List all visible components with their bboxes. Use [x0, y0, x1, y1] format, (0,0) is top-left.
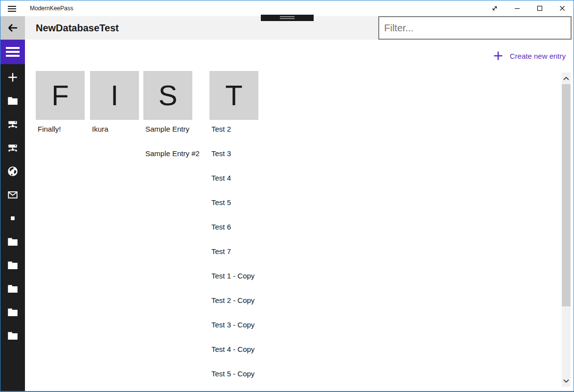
arrow-left-icon [6, 22, 19, 34]
scrollbar-thumb[interactable] [562, 84, 571, 306]
entry-item[interactable]: Test 1 - Copy [211, 271, 319, 296]
group-tile[interactable]: S [143, 71, 192, 120]
sidebar-item-network[interactable] [0, 113, 25, 136]
group-column: IIkura [90, 71, 139, 120]
group-tile[interactable]: F [36, 71, 85, 120]
chevron-down-icon [563, 379, 569, 383]
mail-icon [6, 188, 19, 201]
group-tile-letter: S [159, 81, 178, 110]
sidebar [0, 40, 25, 391]
entry-item[interactable]: Test 3 [211, 149, 319, 173]
minimize-button[interactable] [506, 0, 528, 16]
maximize-icon [536, 5, 543, 12]
titlebar: ModernKeePass [0, 0, 574, 16]
group-tile-letter: T [225, 81, 242, 110]
plus-icon [492, 50, 504, 62]
back-button[interactable] [0, 16, 25, 40]
maximize-button[interactable] [528, 0, 551, 16]
drag-pill[interactable] [261, 15, 314, 21]
folder-icon [6, 282, 19, 295]
create-new-entry-label: Create new entry [510, 52, 566, 60]
entry-item[interactable]: Test 5 [211, 198, 319, 222]
sidebar-item-plus[interactable] [0, 66, 25, 89]
folder-icon [6, 94, 19, 107]
folder-icon [6, 329, 19, 342]
entry-item[interactable]: Test 5 - Copy [211, 369, 319, 392]
group-column: TTest 2Test 3Test 4Test 5Test 6Test 7Tes… [209, 71, 258, 120]
folder-icon [6, 235, 19, 248]
sidebar-item-folder[interactable] [0, 300, 25, 324]
group-tile-letter: F [51, 81, 69, 110]
sidebar-group-list [0, 66, 25, 347]
sidebar-item-folder[interactable] [0, 277, 25, 300]
entry-item[interactable]: Test 4 [211, 173, 319, 198]
sidebar-item-network[interactable] [0, 136, 25, 160]
filter-input[interactable] [378, 16, 572, 40]
nav-toggle-button[interactable] [0, 40, 25, 64]
sidebar-item-globe[interactable] [0, 160, 25, 183]
entry-item[interactable]: Test 3 - Copy [211, 320, 319, 345]
sidebar-item-folder[interactable] [0, 230, 25, 254]
square-icon [6, 212, 19, 225]
diagonal-resize-icon [491, 4, 499, 12]
sidebar-item-folder[interactable] [0, 89, 25, 113]
app-title: ModernKeePass [30, 0, 73, 16]
entry-item[interactable]: Test 6 [211, 222, 319, 247]
vertical-scrollbar[interactable] [562, 72, 571, 387]
group-tile[interactable]: I [90, 71, 139, 120]
sidebar-item-mail[interactable] [0, 183, 25, 207]
fullscreen-button[interactable] [483, 0, 506, 16]
sidebar-item-folder[interactable] [0, 324, 25, 347]
entry-item[interactable]: Test 4 - Copy [211, 345, 319, 369]
sidebar-item-square[interactable] [0, 207, 25, 230]
group-column: FFinally! [36, 71, 85, 120]
globe-icon [6, 165, 19, 178]
group-tile-letter: I [111, 81, 118, 110]
group-column: SSample EntrySample Entry #2 [143, 71, 192, 120]
plus-icon [6, 71, 19, 84]
group-tile[interactable]: T [209, 71, 258, 120]
folder-icon [6, 306, 19, 319]
network-icon [6, 141, 19, 154]
create-new-entry-button[interactable]: Create new entry [492, 48, 566, 63]
entry-item[interactable]: Test 2 [211, 124, 319, 149]
folder-icon [6, 259, 19, 272]
entry-item[interactable]: Test 7 [211, 247, 319, 271]
chevron-up-icon [563, 77, 569, 80]
entry-item[interactable]: Test 2 - Copy [211, 296, 319, 320]
close-button[interactable] [551, 0, 574, 16]
network-icon [6, 118, 19, 131]
close-icon [559, 5, 566, 12]
scroll-up-button[interactable] [562, 72, 571, 84]
sidebar-item-folder[interactable] [0, 254, 25, 277]
scroll-down-button[interactable] [562, 375, 571, 387]
hamburger-icon[interactable] [8, 4, 17, 12]
page-title: NewDatabaseTest [36, 16, 119, 40]
minimize-icon [514, 5, 521, 12]
window-controls [483, 0, 574, 16]
